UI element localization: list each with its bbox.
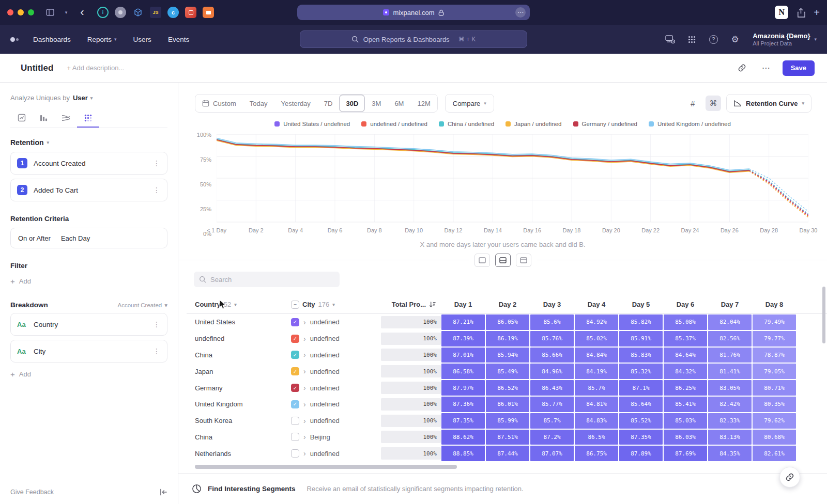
cell-day[interactable]: 85.6% [530, 314, 574, 330]
cell-country[interactable]: United Kingdom [187, 400, 291, 408]
range-3m[interactable]: 3M [365, 94, 388, 112]
cell-country[interactable]: Germany [187, 384, 291, 392]
criteria-each-day[interactable]: Each Day [61, 234, 90, 242]
cell-day[interactable]: 87.01% [441, 347, 485, 364]
project-switcher[interactable]: Amazonia {Demo} All Project Data ▾ [753, 32, 817, 46]
cell-day[interactable]: 84.64% [663, 347, 708, 364]
column-header-day-4[interactable]: Day 4 [574, 301, 619, 308]
cell-day[interactable]: 87.89% [619, 445, 663, 462]
cell-day[interactable]: 84.96% [530, 363, 574, 380]
expand-row-icon[interactable]: › [303, 417, 306, 425]
breakdown-menu-icon[interactable]: ⋮ [153, 320, 161, 328]
cell-day[interactable]: 86.58% [441, 363, 485, 380]
cell-day[interactable]: 87.69% [663, 445, 708, 462]
cell-day[interactable]: 85.64% [619, 396, 663, 413]
retention-step-1[interactable]: 1Account Created⋮ [10, 152, 167, 175]
collapse-sidebar-icon[interactable] [160, 489, 167, 496]
column-header-day-7[interactable]: Day 7 [708, 301, 752, 308]
expand-row-icon[interactable]: › [303, 351, 306, 359]
data-management-icon[interactable] [664, 33, 676, 45]
cell-day[interactable]: 85.49% [485, 363, 530, 380]
tab-flows-icon[interactable] [55, 109, 77, 128]
cell-day[interactable]: 85.41% [663, 396, 708, 413]
cell-day[interactable]: 86.43% [530, 380, 574, 396]
tab-funnels-icon[interactable] [33, 109, 55, 128]
nav-item-users[interactable]: Users [133, 36, 151, 43]
cell-day[interactable]: 83.13% [708, 429, 752, 446]
cell-day[interactable]: 82.56% [708, 330, 752, 347]
column-header-day-5[interactable]: Day 5 [619, 301, 663, 308]
breakdown-item-country[interactable]: AaCountry⋮ [10, 313, 167, 336]
add-description-button[interactable]: + Add description... [67, 64, 124, 72]
share-report-fab[interactable] [779, 467, 800, 487]
row-checkbox[interactable]: ✓ [291, 318, 299, 326]
url-bar[interactable]: mixpanel.com ⋯ [297, 5, 530, 20]
expand-row-icon[interactable]: › [303, 318, 306, 326]
save-button[interactable]: Save [783, 60, 815, 76]
cell-day[interactable]: 87.35% [619, 429, 663, 446]
extension-mixpanel-icon[interactable] [185, 7, 196, 18]
range-yesterday[interactable]: Yesterday [274, 94, 317, 112]
tabs-dropdown-button[interactable]: ▾ [62, 6, 70, 19]
cell-day[interactable]: 86.75% [574, 445, 619, 462]
vertical-scrollbar[interactable] [822, 287, 825, 343]
cell-day[interactable]: 84.84% [574, 347, 619, 364]
share-icon[interactable] [797, 8, 805, 18]
cell-day[interactable]: 80.68% [752, 429, 797, 446]
legend-item-germany-undefined[interactable]: Germany / undefined [573, 121, 637, 127]
cell-day[interactable]: 86.01% [485, 396, 530, 413]
layout-split-button[interactable] [495, 254, 511, 267]
cell-day[interactable]: 81.41% [708, 363, 752, 380]
cell-day[interactable]: 85.32% [619, 363, 663, 380]
breakdown-menu-icon[interactable]: ⋮ [153, 347, 161, 355]
scrollbar-thumb[interactable] [195, 465, 457, 469]
expand-row-icon[interactable]: › [303, 367, 306, 375]
cell-day[interactable]: 80.71% [752, 380, 797, 396]
step-menu-icon[interactable]: ⋮ [153, 186, 161, 194]
cell-day[interactable]: 87.21% [441, 314, 485, 330]
cell-country[interactable]: South Korea [187, 417, 291, 424]
criteria-on-or-after[interactable]: On or After [18, 234, 51, 242]
table-search-input[interactable]: Search [194, 272, 340, 287]
cell-day[interactable]: 82.04% [708, 314, 752, 330]
column-header-day-3[interactable]: Day 3 [530, 301, 574, 308]
cell-day[interactable]: 85.77% [530, 396, 574, 413]
row-checkbox[interactable] [291, 417, 299, 425]
legend-item-japan-undefined[interactable]: Japan / undefined [506, 121, 561, 127]
retention-criteria-selector[interactable]: On or After Each Day [10, 228, 167, 248]
cell-day[interactable]: 87.07% [530, 445, 574, 462]
cell-country[interactable]: China [187, 433, 291, 441]
cell-day[interactable]: 78.87% [752, 347, 797, 364]
cell-day[interactable]: 83.05% [708, 380, 752, 396]
breakdown-context-selector[interactable]: Account Created ▾ [118, 302, 167, 309]
cell-day[interactable]: 86.03% [663, 429, 708, 446]
cell-day[interactable]: 87.36% [441, 396, 485, 413]
cell-day[interactable]: 88.85% [441, 445, 485, 462]
curve-view-button[interactable]: ⌘ [706, 96, 721, 111]
extension-screen-icon[interactable] [203, 7, 214, 18]
cell-day[interactable]: 79.05% [752, 363, 797, 380]
column-header-city[interactable]: – City 176 ▾ [291, 301, 380, 309]
extension-info-icon[interactable]: i [97, 7, 109, 18]
range-30d[interactable]: 30D [339, 94, 365, 112]
mixpanel-logo-icon[interactable] [10, 37, 19, 42]
breakdown-item-city[interactable]: AaCity⋮ [10, 340, 167, 363]
cell-day[interactable]: 80.35% [752, 396, 797, 413]
apps-grid-icon[interactable] [685, 33, 698, 45]
close-window-button[interactable] [7, 9, 13, 15]
chart-type-selector[interactable]: Retention Curve ▾ [726, 94, 811, 113]
expand-row-icon[interactable]: › [303, 449, 306, 458]
column-header-day-6[interactable]: Day 6 [663, 301, 708, 308]
range-custom[interactable]: Custom [195, 94, 243, 112]
add-breakdown-button[interactable]: + Add [10, 370, 167, 379]
cell-day[interactable]: 85.99% [485, 413, 530, 429]
cell-day[interactable]: 86.52% [485, 380, 530, 396]
cell-country[interactable]: Japan [187, 368, 291, 375]
cell-day[interactable]: 87.35% [441, 413, 485, 429]
step-menu-icon[interactable]: ⋮ [153, 159, 161, 167]
cell-day[interactable]: 85.76% [530, 330, 574, 347]
nav-item-events[interactable]: Events [168, 36, 189, 43]
notion-extension-icon[interactable]: N [775, 6, 788, 19]
select-all-checkbox[interactable]: – [291, 301, 299, 309]
expand-row-icon[interactable]: › [303, 335, 306, 343]
